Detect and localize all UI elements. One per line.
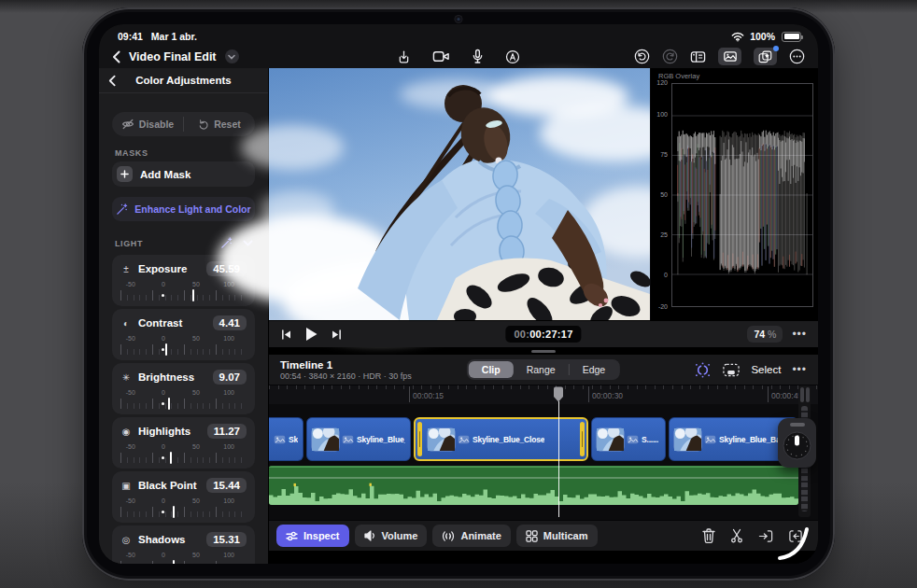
slider-value[interactable]: 15.31: [206, 532, 247, 547]
trim-handle-left[interactable]: [417, 422, 422, 456]
panel-back-icon[interactable]: [108, 75, 116, 87]
clip-name: S......: [642, 435, 658, 444]
image-icon: [458, 435, 470, 444]
slider-thumb[interactable]: [170, 452, 172, 464]
trash-icon[interactable]: [702, 528, 715, 543]
multicam-label: Multicam: [543, 530, 588, 541]
slider-value[interactable]: 9.07: [213, 370, 247, 385]
slider-track[interactable]: [120, 290, 247, 301]
slider-label: Exposure: [138, 263, 200, 274]
plus-icon: [117, 166, 133, 182]
slider-brightness: ✳ Brightness 9.07 -50050100: [112, 363, 255, 414]
scope-tick-label: 100: [651, 111, 668, 118]
jog-wheel[interactable]: [778, 418, 816, 468]
layout-icon[interactable]: [690, 50, 706, 63]
timecode-display[interactable]: 00:00:27:17: [505, 326, 581, 343]
skip-back-icon[interactable]: [280, 329, 292, 341]
play-icon[interactable]: [304, 327, 318, 342]
timeline-clip[interactable]: Skyline_Blue_Wide: [306, 417, 411, 461]
slider-tick-label: 0: [162, 335, 165, 342]
timeline-clip[interactable]: Sk......: [269, 417, 303, 461]
slider-value[interactable]: 4.41: [213, 315, 247, 330]
insert-clip-icon[interactable]: [758, 529, 773, 543]
clip-thumbnail: [312, 428, 339, 451]
ruler-timecode: 00:00:30: [588, 391, 623, 400]
slider-track[interactable]: [120, 507, 247, 517]
volume-button[interactable]: Volume: [355, 525, 428, 547]
mode-clip[interactable]: Clip: [469, 361, 514, 378]
viewer-more-icon[interactable]: •••: [792, 331, 807, 337]
slider-thumb[interactable]: [173, 506, 175, 518]
audio-track[interactable]: [269, 466, 798, 505]
slider-tick-label: 0: [162, 389, 165, 396]
multicam-icon: [526, 530, 538, 542]
trim-handle-right[interactable]: [580, 422, 585, 456]
add-mask-button[interactable]: Add Mask: [112, 161, 255, 187]
mode-range[interactable]: Range: [514, 361, 569, 378]
timeline-ruler[interactable]: 00:00:1500:00:3000:00:45: [269, 385, 818, 404]
slider-tick-label: 50: [192, 281, 200, 287]
video-preview[interactable]: [269, 68, 650, 320]
slider-value[interactable]: 11.27: [207, 424, 247, 439]
slider-thumb[interactable]: [168, 398, 170, 410]
mode-edge[interactable]: Edge: [570, 361, 619, 378]
frame-view-icon[interactable]: [723, 363, 740, 377]
timeline-clip[interactable]: S......: [591, 417, 666, 461]
reset-button[interactable]: Reset: [184, 112, 255, 136]
animate-button[interactable]: Animate: [432, 525, 510, 547]
slider-tick-label: -50: [126, 497, 135, 504]
redo-icon[interactable]: [662, 49, 678, 64]
multicam-button[interactable]: Multicam: [516, 525, 598, 547]
snapping-icon[interactable]: [694, 362, 712, 378]
bottom-toolbar: Inspect Volume Animate Multicam: [269, 520, 818, 551]
back-chevron-icon[interactable]: [112, 50, 120, 63]
screen: 09:41 Mar 1 abr. 100% Video Final Edit: [99, 24, 818, 564]
slider-thumb[interactable]: [165, 343, 167, 356]
slider-label: Contrast: [138, 317, 206, 329]
undo-icon[interactable]: [634, 49, 650, 64]
slider-origin-dot: [162, 294, 164, 297]
resize-handle[interactable]: [269, 347, 818, 355]
media-browser-button[interactable]: [718, 48, 741, 65]
timeline-more-icon[interactable]: •••: [792, 367, 807, 372]
slider-track[interactable]: [120, 453, 247, 463]
zoom-value: 74: [754, 329, 765, 340]
playhead[interactable]: [558, 401, 559, 517]
slider-tick-label: -50: [126, 443, 135, 450]
ipad-device: 09:41 Mar 1 abr. 100% Video Final Edit: [82, 7, 835, 581]
import-icon[interactable]: [397, 49, 411, 64]
enhance-button[interactable]: Enhance Light and Color: [112, 197, 255, 221]
slider-label: Highlights: [138, 426, 201, 437]
annotate-icon[interactable]: [505, 49, 520, 64]
viewer-zoom-button[interactable]: 74 %: [747, 326, 783, 343]
mic-icon[interactable]: [472, 49, 484, 64]
camera-icon[interactable]: [432, 49, 450, 63]
title-menu-button[interactable]: [225, 49, 239, 63]
slider-thumb[interactable]: [173, 560, 175, 564]
edit-mode-segmented-control: ClipRangeEdge: [467, 359, 620, 380]
slider-label: Shadows: [138, 534, 200, 545]
scope-tick-label: 50: [651, 191, 668, 198]
select-button[interactable]: Select: [751, 364, 781, 375]
slider-tick-label: 50: [192, 497, 200, 504]
playhead-handle[interactable]: [553, 386, 564, 402]
inspect-button[interactable]: Inspect: [276, 525, 349, 547]
more-icon[interactable]: [789, 49, 805, 64]
disable-button[interactable]: Disable: [112, 112, 183, 136]
slider-track[interactable]: [120, 344, 247, 355]
clip-thumbnail: [597, 428, 624, 451]
volume-label: Volume: [382, 530, 418, 541]
slider-track[interactable]: [120, 399, 247, 409]
project-title[interactable]: Video Final Edit: [129, 50, 217, 63]
slider-value[interactable]: 15.44: [206, 478, 247, 493]
slider-shadows: ◎ Shadows 15.31 -50050100: [112, 525, 255, 564]
effects-browser-button[interactable]: [754, 48, 777, 65]
clip-name: Skyline_Blue_Close: [473, 435, 544, 444]
timeline-clip[interactable]: Skyline_Blue_Close: [414, 417, 588, 461]
slider-tick-label: 0: [162, 552, 165, 558]
slider-thumb[interactable]: [192, 289, 194, 301]
slider-track[interactable]: [120, 561, 247, 564]
image-icon: [704, 435, 716, 444]
blade-icon[interactable]: [730, 528, 743, 543]
skip-forward-icon[interactable]: [331, 329, 343, 341]
